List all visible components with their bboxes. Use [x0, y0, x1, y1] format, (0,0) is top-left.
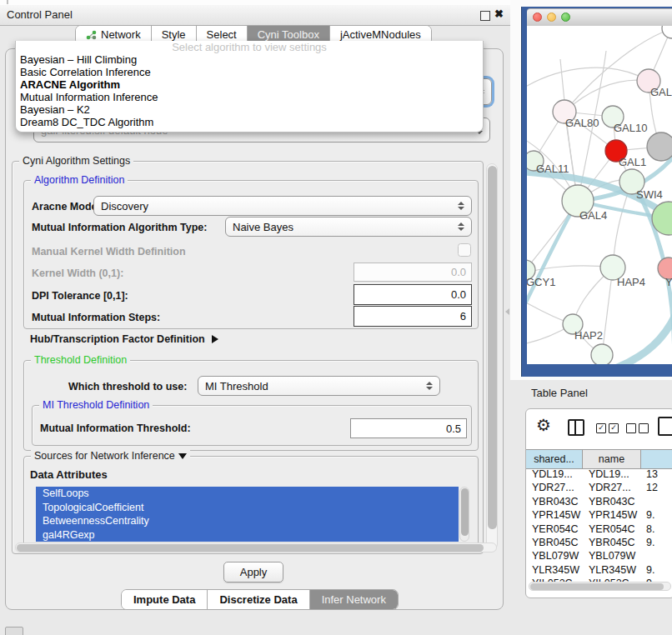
- apply-button[interactable]: Apply: [223, 562, 283, 582]
- table-cell: YER054C: [583, 522, 641, 536]
- bottom-tab-infer-network[interactable]: Infer Network: [309, 590, 398, 609]
- aracne-mode-combobox[interactable]: Discovery: [93, 196, 472, 216]
- bottom-tab-discretize-data[interactable]: Discretize Data: [207, 590, 308, 609]
- dropdown-item-dream8-dc-tdc-algorithm[interactable]: Dream8 DC_TDC Algorithm: [16, 116, 483, 128]
- table-row[interactable]: YDL19...YDL19...13: [526, 468, 672, 481]
- float-window-icon[interactable]: [480, 11, 490, 21]
- table-cell: YDR27...: [526, 481, 583, 494]
- unchecked-box-icon[interactable]: [639, 423, 649, 433]
- mi-algorithm-type-combobox[interactable]: Naive Bayes: [225, 217, 472, 237]
- table-cell: [641, 495, 672, 508]
- table-cell: YBR045C: [526, 536, 583, 549]
- algorithm-definition-legend: Algorithm Definition: [31, 174, 128, 186]
- dropdown-item-basic-correlation-inference[interactable]: Basic Correlation Inference: [16, 66, 483, 78]
- attribute-list-item[interactable]: BetweennessCentrality: [36, 514, 459, 528]
- column-header-3[interactable]: [641, 450, 672, 468]
- node-bottom-node[interactable]: [591, 344, 613, 364]
- stepper-icon: [419, 382, 433, 390]
- checked-box-icon[interactable]: ✓: [609, 423, 619, 433]
- sources-legend[interactable]: Sources for Network Inference: [31, 450, 190, 462]
- application-root: Control Panel ✖ NetworkStyleSelectCyni T…: [0, 0, 672, 635]
- table-cell: 9.: [641, 563, 672, 577]
- settings-vertical-scrollbar-thumb[interactable]: [488, 166, 497, 529]
- which-threshold-combobox[interactable]: MI Threshold: [198, 376, 440, 396]
- split-panes-icon[interactable]: [568, 419, 584, 436]
- control-panel-titlebar: Control Panel ✖: [0, 5, 510, 26]
- which-threshold-value: MI Threshold: [205, 380, 268, 392]
- table-horizontal-scrollbar-thumb[interactable]: [530, 583, 664, 590]
- table-cell: YBL079W: [583, 549, 641, 562]
- table-cell: YER054C: [526, 522, 583, 536]
- document-icon[interactable]: [658, 417, 672, 436]
- table-row[interactable]: YBL079WYBL079W: [526, 549, 672, 562]
- network-edge-thick[interactable]: [527, 201, 578, 313]
- table-row[interactable]: YDR27...YDR27...12: [526, 481, 672, 494]
- which-threshold-label: Which threshold to use:: [68, 381, 187, 392]
- table-cell: YDR27...: [583, 481, 641, 494]
- kernel-width-label: Kernel Width (0,1):: [32, 268, 123, 279]
- table-cell: YLR345W: [583, 563, 641, 577]
- table-rows: YDL19...YDL19...13YDR27...YDR27...12YBR0…: [526, 468, 672, 582]
- table-row[interactable]: YPR145WYPR145W9.: [526, 508, 672, 522]
- attributes-vertical-scrollbar-thumb[interactable]: [461, 488, 469, 536]
- table-row[interactable]: YBR045CYBR045C9.: [526, 536, 672, 549]
- network-icon: [86, 30, 97, 40]
- table-cell: YPR145W: [526, 508, 583, 522]
- close-icon[interactable]: ✖: [494, 8, 504, 20]
- bottom-tab-bar: Impute DataDiscretize DataInfer Network: [121, 589, 399, 610]
- node-label-hap2: HAP2: [574, 329, 603, 342]
- window-zoom-traffic-light[interactable]: [561, 12, 570, 22]
- attribute-list-item[interactable]: SelfLoops: [36, 487, 459, 501]
- hub-definition-expander[interactable]: Hub/Transcription Factor Definition: [30, 333, 218, 345]
- mi-threshold-legend: MI Threshold Definition: [39, 399, 153, 411]
- node-label-y: Y: [665, 276, 672, 288]
- gear-icon[interactable]: ⚙: [536, 415, 551, 435]
- table-panel-box: ⚙ ✓ ✓ shared...name YDL19...YDL19...13YD…: [525, 408, 672, 598]
- node-top-partial[interactable]: [662, 26, 672, 38]
- network-edge[interactable]: [602, 268, 613, 355]
- table-row[interactable]: YLR345WYLR345W9.: [526, 563, 672, 577]
- bottom-tab-impute-data[interactable]: Impute Data: [122, 590, 207, 609]
- column-header-shared[interactable]: shared...: [526, 450, 583, 468]
- data-attributes-label: Data Attributes: [30, 468, 108, 481]
- algorithm-dropdown-list: Bayesian – Hill ClimbingBasic Correlatio…: [16, 53, 483, 128]
- mi-steps-label: Mutual Information Steps:: [32, 312, 160, 323]
- minimized-panel-button[interactable]: [5, 627, 23, 635]
- node-label-hap4: HAP4: [617, 276, 645, 288]
- mi-steps-input[interactable]: 6: [354, 306, 472, 327]
- aracne-mode-label: Aracne Mode:: [32, 201, 101, 212]
- settings-horizontal-scrollbar-thumb[interactable]: [17, 544, 484, 552]
- dropdown-item-bayesian-k2[interactable]: Bayesian – K2: [16, 103, 483, 116]
- network-svg: GAL7GAL80GAL10GAL1GAL11SWI4GAL4GCY1HAP4Y…: [527, 26, 672, 364]
- top-strip-mark: [7, 0, 8, 4]
- cyni-settings-legend: Cyni Algorithm Settings: [19, 155, 133, 167]
- dropdown-item-bayesian-hill-climbing[interactable]: Bayesian – Hill Climbing: [16, 53, 483, 66]
- hub-definition-label: Hub/Transcription Factor Definition: [30, 333, 205, 345]
- threshold-definition-legend: Threshold Definition: [31, 354, 130, 366]
- stepper-icon: [451, 222, 464, 231]
- manual-kernel-width-checkbox[interactable]: [458, 243, 471, 257]
- table-cell: 9.: [641, 508, 672, 522]
- table-row[interactable]: YBR043CYBR043C: [526, 495, 672, 508]
- dropdown-item-mutual-information-inference[interactable]: Mutual Information Inference: [16, 91, 483, 103]
- window-close-traffic-light[interactable]: [533, 12, 542, 22]
- aracne-mode-value: Discovery: [101, 200, 148, 212]
- dpi-tolerance-input[interactable]: 0.0: [354, 284, 472, 305]
- mi-threshold-input[interactable]: 0.5: [350, 418, 467, 438]
- network-edge-thick[interactable]: [606, 301, 672, 364]
- splitter-collapse-icon[interactable]: [505, 308, 509, 315]
- window-minimize-traffic-light[interactable]: [547, 12, 556, 22]
- column-header-name[interactable]: name: [583, 450, 641, 468]
- kernel-width-input[interactable]: 0.0: [354, 262, 472, 282]
- unchecked-box-icon[interactable]: [626, 423, 636, 433]
- network-canvas[interactable]: GAL7GAL80GAL10GAL1GAL11SWI4GAL4GCY1HAP4Y…: [527, 26, 672, 364]
- dropdown-item-aracne-algorithm[interactable]: ARACNE Algorithm: [16, 78, 483, 91]
- network-edge[interactable]: [564, 80, 649, 112]
- attribute-list-item[interactable]: gal4RGexp: [36, 528, 459, 542]
- table-row[interactable]: YER054CYER054C8.: [526, 522, 672, 536]
- network-edge[interactable]: [527, 68, 649, 88]
- node-gray-node[interactable]: [647, 132, 672, 161]
- checked-box-icon[interactable]: ✓: [596, 423, 606, 433]
- control-panel-title: Control Panel: [7, 8, 73, 21]
- attribute-list-item[interactable]: TopologicalCoefficient: [36, 501, 459, 515]
